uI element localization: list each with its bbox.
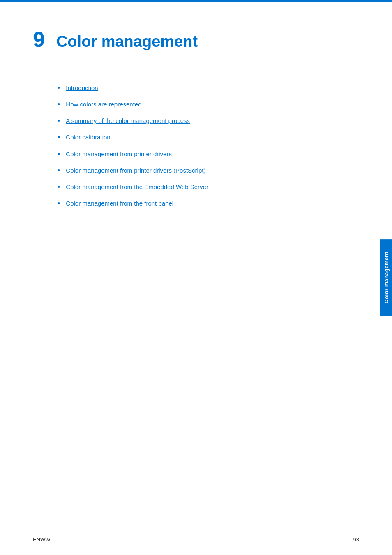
bullet-icon: • — [58, 132, 60, 143]
list-item: •Color management from the Embedded Web … — [58, 183, 359, 192]
list-item: •Color management from printer drivers — [58, 150, 359, 160]
toc-link-3[interactable]: Color calibration — [66, 133, 110, 141]
toc-link-7[interactable]: Color management from the front panel — [66, 199, 173, 208]
list-item: •Introduction — [58, 83, 359, 93]
bullet-icon: • — [58, 99, 60, 110]
bullet-icon: • — [58, 83, 60, 93]
chapter-title: Color management — [56, 33, 198, 51]
chapter-header: 9 Color management — [33, 29, 359, 51]
toc-list: •Introduction•How colors are represented… — [58, 83, 359, 209]
toc-link-4[interactable]: Color management from printer drivers — [66, 150, 172, 158]
list-item: •Color management from printer drivers (… — [58, 166, 359, 176]
list-item: •A summary of the color management proce… — [58, 116, 359, 126]
footer-left: ENWW — [33, 536, 51, 543]
toc-link-6[interactable]: Color management from the Embedded Web S… — [66, 183, 208, 191]
bullet-icon: • — [58, 199, 60, 209]
chapter-number: 9 — [33, 29, 45, 50]
bullet-icon: • — [58, 116, 60, 126]
bullet-icon: • — [58, 149, 60, 160]
footer-right: 93 — [353, 536, 359, 543]
bullet-icon: • — [58, 166, 60, 176]
list-item: •Color management from the front panel — [58, 199, 359, 209]
list-item: •How colors are represented — [58, 100, 359, 110]
bullet-icon: • — [58, 182, 60, 192]
footer: ENWW 93 — [33, 536, 359, 543]
toc-link-0[interactable]: Introduction — [66, 83, 98, 92]
toc-link-2[interactable]: A summary of the color management proces… — [66, 116, 190, 125]
right-tab-label: Color management — [383, 252, 390, 303]
toc-link-5[interactable]: Color management from printer drivers (P… — [66, 166, 205, 175]
list-item: •Color calibration — [58, 133, 359, 143]
right-tab: Color management — [380, 239, 392, 316]
toc-link-1[interactable]: How colors are represented — [66, 100, 141, 109]
